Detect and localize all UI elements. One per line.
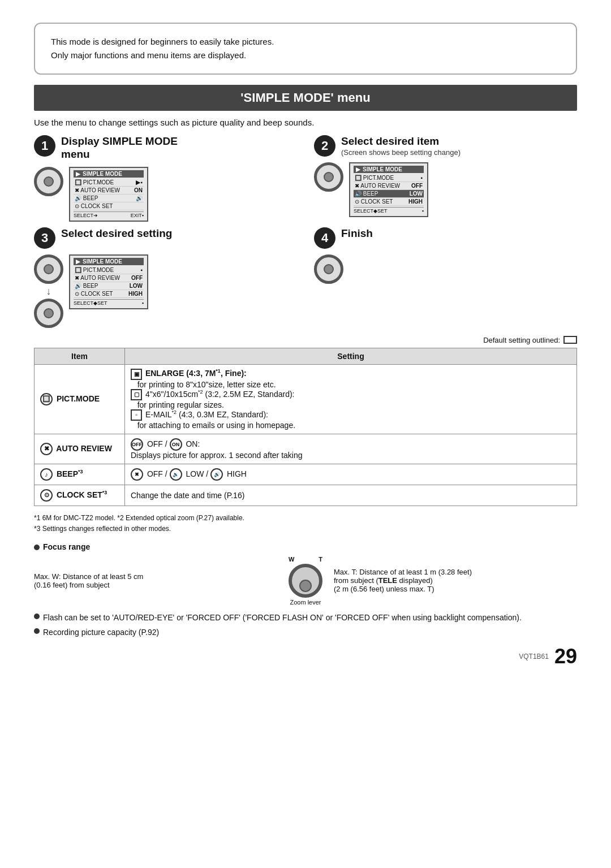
bullet-flash-text: Flash can be set to 'AUTO/RED-EYE' or 'F…	[43, 611, 522, 624]
autoreview-icon: ✖	[40, 443, 53, 455]
ctrl-wheel-3a	[34, 254, 63, 284]
table-item-beep: ♪ BEEP*3	[35, 464, 125, 485]
ctrl-wheel-inner-1	[44, 176, 54, 187]
email-icon: ▫	[131, 409, 142, 421]
step-3-lcd-row-4: ⊙ CLOCK SETHIGH	[74, 290, 144, 298]
footnote-1: *1 6M for DMC-TZ2 model. *2 Extended opt…	[34, 513, 577, 524]
bullet-dot-recording	[34, 628, 40, 634]
step-2-lcd-footer: SELECT◆SET▪	[354, 207, 424, 214]
ctrl-wheel-inner-4	[324, 264, 334, 274]
focus-range-title: Focus range	[43, 542, 90, 551]
focus-right-label: Max. T: Distance of at least 1 m (3.28 f…	[334, 568, 577, 576]
table-item-autoreview: ✖ AUTO REVIEW	[35, 434, 125, 464]
step-2-number: 2	[314, 135, 335, 157]
wt-labels: W T	[289, 556, 322, 563]
section-title: 'SIMPLE MODE' menu	[34, 85, 577, 111]
ctrl-wheel-inner-3a	[44, 264, 54, 274]
table-header-item: Item	[35, 348, 125, 364]
steps-grid: 1 Display SIMPLE MODEmenu ▶SIMPLE MODE 🔲…	[34, 135, 577, 328]
pictmode-icon: 🔲	[40, 393, 53, 405]
step-1-lcd: ▶SIMPLE MODE 🔲 PICT.MODE▶▪ ✖ AUTO REVIEW…	[69, 167, 148, 222]
bullet-recording: Recording picture capacity (P.92)	[34, 626, 577, 638]
focus-left-label: Max. W: Distance of at least 5 cm	[34, 572, 277, 581]
step-1: 1 Display SIMPLE MODEmenu ▶SIMPLE MODE 🔲…	[34, 135, 297, 222]
default-note-text: Default setting outlined:	[483, 336, 560, 344]
table-row-pictmode: 🔲 PICT.MODE ▣ ENLARGE (4:3, 7M*1, Fine):…	[35, 364, 577, 434]
ctrl-wheel-1	[34, 167, 63, 196]
intro-box: This mode is designed for beginners to e…	[34, 23, 577, 75]
step-3-header: 3 Select desired setting	[34, 227, 297, 249]
table-setting-pictmode: ▣ ENLARGE (4:3, 7M*1, Fine): for printin…	[125, 364, 577, 434]
settings-table: Item Setting 🔲 PICT.MODE ▣ ENLARGE (4:3,…	[34, 348, 577, 506]
intro-line2: Only major functions and menu items are …	[51, 49, 560, 62]
step-2: 2 Select desired item (Screen shows beep…	[314, 135, 577, 222]
page-number: 29	[554, 645, 577, 668]
step-1-lcd-row-3: 🔊 BEEP🔊	[74, 195, 144, 202]
focus-range-section: Focus range Max. W: Distance of at least…	[34, 542, 577, 606]
footnotes: *1 6M for DMC-TZ2 model. *2 Extended opt…	[34, 513, 577, 534]
step-2-subtitle: (Screen shows beep setting change)	[341, 148, 461, 157]
step-1-title: Display SIMPLE MODEmenu	[61, 135, 178, 161]
use-menu-text: Use the menu to change settings such as …	[34, 118, 577, 127]
beep-icon: ♪	[40, 468, 53, 481]
step-4-controller	[314, 254, 343, 284]
standard-icon: ▢	[131, 389, 142, 400]
step-3-number: 3	[34, 227, 55, 249]
t-label: T	[319, 556, 322, 563]
bullet-flash: Flash can be set to 'AUTO/RED-EYE' or 'F…	[34, 611, 577, 624]
step-3-arrow: ↓	[46, 286, 51, 296]
focus-right-sub: from subject (TELE displayed)	[334, 576, 577, 585]
step-1-content: ▶SIMPLE MODE 🔲 PICT.MODE▶▪ ✖ AUTO REVIEW…	[34, 167, 297, 222]
ctrl-wheel-2	[314, 162, 343, 192]
table-setting-beep: ✖ OFF / 🔉 LOW / 🔊 HIGH	[125, 464, 577, 485]
step-3-lcd: ▶SIMPLE MODE 🔲 PICT.MODE▪ ✖ AUTO REVIEWO…	[69, 254, 148, 309]
step-3-lcd-row-1: 🔲 PICT.MODE▪	[74, 266, 144, 274]
page-number-area: VQT1B61 29	[34, 645, 577, 668]
zoom-label: Zoom lever	[290, 599, 321, 606]
table-row-clockset: ⊙ CLOCK SET*3 Change the date and time (…	[35, 485, 577, 506]
focus-center: W T Zoom lever	[289, 556, 322, 606]
step-2-lcd-title: ▶SIMPLE MODE	[354, 166, 424, 173]
enlarge-icon: ▣	[131, 369, 142, 380]
w-label: W	[289, 556, 294, 563]
focus-range-header: Focus range	[34, 542, 577, 554]
table-item-pictmode: 🔲 PICT.MODE	[35, 364, 125, 434]
beep-high-icon: 🔊	[210, 468, 223, 481]
step-3-lcd-footer: SELECT◆SET▪	[74, 299, 144, 306]
focus-range-content: Max. W: Distance of at least 5 cm (0.16 …	[34, 556, 577, 606]
ctrl-wheel-inner-3b	[44, 308, 54, 318]
step-3-lcd-row-2: ✖ AUTO REVIEWOFF	[74, 274, 144, 282]
beep-low-icon: 🔉	[170, 468, 182, 481]
step-2-lcd: ▶SIMPLE MODE 🔲 PICT.MODE▪ ✖ AUTO REVIEWO…	[349, 162, 428, 217]
step-4-content	[314, 254, 577, 284]
bullet-recording-text: Recording picture capacity (P.92)	[43, 626, 159, 638]
ctrl-wheel-3b	[34, 299, 63, 328]
table-row-beep: ♪ BEEP*3 ✖ OFF / 🔉 LOW / 🔊 HIGH	[35, 464, 577, 485]
step-3-lcd-title: ▶SIMPLE MODE	[74, 258, 144, 265]
table-row-autoreview: ✖ AUTO REVIEW OFF OFF / ON ON: Displays …	[35, 434, 577, 464]
step-2-title: Select desired item	[341, 135, 461, 148]
focus-range-bullet	[34, 545, 40, 550]
default-outline-box	[563, 336, 577, 344]
step-3: 3 Select desired setting ↓ ▶SIMPLE MODE	[34, 227, 297, 328]
step-1-controller	[34, 167, 63, 196]
step-4-number: 4	[314, 227, 335, 249]
model-code: VQT1B61	[519, 653, 549, 660]
off-icon: OFF	[131, 438, 143, 451]
bullet-dot-flash	[34, 614, 40, 619]
step-4: 4 Finish	[314, 227, 577, 328]
footnote-2: *3 Settings changes reflected in other m…	[34, 524, 577, 534]
step-2-lcd-row-3: 🔊 BEEPLOW	[354, 190, 424, 198]
step-2-lcd-row-2: ✖ AUTO REVIEWOFF	[354, 182, 424, 190]
table-setting-autoreview: OFF OFF / ON ON: Displays picture for ap…	[125, 434, 577, 464]
step-3-content: ↓ ▶SIMPLE MODE 🔲 PICT.MODE▪ ✖ AUTO REVIE…	[34, 254, 297, 328]
step-3-title: Select desired setting	[61, 227, 172, 240]
zoom-inner	[299, 580, 312, 592]
step-1-lcd-row-1: 🔲 PICT.MODE▶▪	[74, 179, 144, 187]
step-3-lcd-row-3: 🔊 BEEPLOW	[74, 282, 144, 290]
ctrl-wheel-inner-2	[324, 172, 334, 182]
bullet-points: Flash can be set to 'AUTO/RED-EYE' or 'F…	[34, 611, 577, 639]
step-1-lcd-title: ▶SIMPLE MODE	[74, 170, 144, 178]
step-1-lcd-row-4: ⊙ CLOCK SET	[74, 202, 144, 210]
step-1-lcd-row-2: ✖ AUTO REVIEWON	[74, 187, 144, 195]
